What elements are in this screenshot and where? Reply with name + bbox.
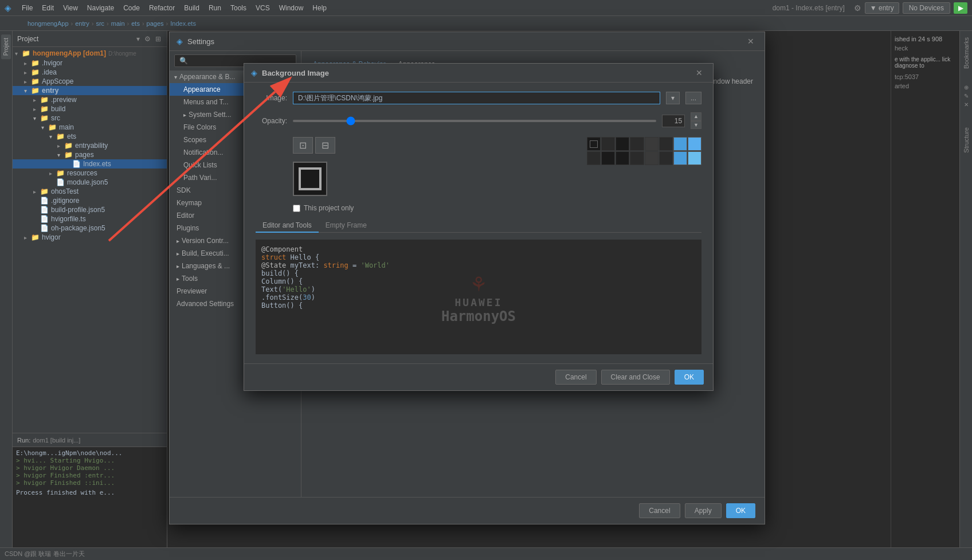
tree-item-preview[interactable]: ▸ 📁 .preview: [13, 95, 167, 104]
tree-item-ohostest[interactable]: ▸ 📁 ohosTest: [13, 187, 167, 196]
bg-opacity-label: Opacity:: [256, 117, 287, 125]
menu-navigate[interactable]: Navigate: [83, 3, 119, 13]
preview-code-1: @Component: [261, 245, 696, 253]
tree-item-hvigor[interactable]: ▸ 📁 .hvigor: [13, 58, 167, 68]
tree-item-gitignore[interactable]: 📄 .gitignore: [13, 196, 167, 205]
settings-ok-button[interactable]: OK: [726, 503, 755, 518]
bg-dialog-titlebar: ◈ Background Image ✕: [244, 64, 713, 83]
bg-opacity-row: Opacity: ▲ ▼: [256, 112, 701, 129]
tree-item-main[interactable]: ▾ 📁 main: [13, 123, 167, 132]
bg-tab-editor-tools[interactable]: Editor and Tools: [256, 219, 319, 233]
tree-item-resources[interactable]: ▸ 📁 resources: [13, 169, 167, 178]
tree-item-modulejson5[interactable]: 📄 module.json5: [13, 178, 167, 187]
settings-apply-button[interactable]: Apply: [685, 503, 722, 518]
run-content: E:\hongm...igNpm\node\nod... > hvi... St…: [13, 447, 167, 547]
menu-help[interactable]: Help: [308, 3, 331, 13]
run-tab[interactable]: Run:: [17, 437, 30, 444]
menu-tools[interactable]: Tools: [226, 3, 251, 13]
breadcrumb-part-1[interactable]: entry: [75, 20, 89, 27]
tree-item-idea[interactable]: ▸ 📁 .idea: [13, 68, 167, 77]
settings-dialog-logo: ◈: [177, 37, 183, 46]
run-line-3: > hvigor Hvigor Daemon ...: [16, 464, 163, 472]
bg-opacity-value-input[interactable]: [662, 115, 685, 127]
menu-run[interactable]: Run: [204, 3, 226, 13]
bg-tab-empty-frame[interactable]: Empty Frame: [319, 219, 374, 233]
breadcrumb-part-3[interactable]: main: [111, 20, 125, 27]
settings-cancel-button[interactable]: Cancel: [639, 503, 680, 518]
bg-dialog-close-button[interactable]: ✕: [692, 67, 706, 79]
bg-image-input[interactable]: [293, 92, 660, 104]
sidebar-dropdown-icon[interactable]: ▾: [135, 34, 141, 44]
bg-cancel-button[interactable]: Cancel: [555, 370, 596, 385]
sidebar-settings-icon[interactable]: ⚙: [143, 34, 152, 44]
bg-preview-mode-1-button[interactable]: ⊡: [293, 137, 313, 154]
grid-cell-3: [616, 137, 629, 151]
bg-opacity-slider[interactable]: [293, 120, 656, 122]
tree-item-hvigor2[interactable]: ▸ 📁 hvigor: [13, 233, 167, 242]
bg-opacity-down-button[interactable]: ▼: [691, 121, 701, 130]
tree-root[interactable]: ▾ 📁 hongmengApp [dom1] D:\hongme: [13, 48, 167, 58]
bg-image-browse-button[interactable]: ...: [685, 92, 701, 104]
run-panel: Run: dom1 [build inj...] E:\hongm...igNp…: [13, 433, 167, 547]
tree-item-pages[interactable]: ▾ 📁 pages: [13, 150, 167, 159]
breadcrumb-part-4[interactable]: ets: [131, 20, 140, 27]
tree-item-ohpackage[interactable]: 📄 oh-package.json5: [13, 224, 167, 233]
menu-window[interactable]: Window: [275, 3, 308, 13]
settings-dialog-title: Settings: [187, 37, 744, 46]
grid-cell-6: [659, 137, 673, 151]
bg-code-preview[interactable]: ⚘ HUAWEI HarmonyOS @Component struct Hel…: [256, 240, 701, 354]
grid-cell-16: [688, 151, 701, 165]
no-devices-button[interactable]: No Devices: [903, 2, 950, 14]
tree-item-hvigorfile[interactable]: 📄 hvigorfile.ts: [13, 214, 167, 224]
tree-item-appscope[interactable]: ▸ 📁 AppScope: [13, 77, 167, 86]
tree-item-indexets[interactable]: 📄 Index.ets: [13, 159, 167, 169]
bookmark-icon-1[interactable]: Bookmarks: [961, 36, 971, 71]
grid-cell-9: [587, 151, 601, 165]
bookmark-icon-3[interactable]: ✎: [964, 93, 969, 99]
entry-dropdown[interactable]: ▼ entry: [865, 2, 899, 14]
bg-project-only-checkbox[interactable]: [293, 205, 300, 212]
breadcrumb-part-2[interactable]: src: [96, 20, 104, 27]
breadcrumb-part-5[interactable]: pages: [147, 20, 164, 27]
menu-edit[interactable]: Edit: [37, 3, 58, 13]
menu-file[interactable]: File: [17, 3, 37, 13]
menu-view[interactable]: View: [58, 3, 83, 13]
menu-vcs[interactable]: VCS: [251, 3, 275, 13]
settings-icon[interactable]: ⚙: [854, 3, 861, 13]
bg-preview-mode-2-button[interactable]: ⊟: [315, 137, 335, 154]
project-vtab[interactable]: Project: [1, 34, 11, 59]
grid-cell-2: [601, 137, 615, 151]
sidebar: Project ▾ ⚙ ⊞ ▾ 📁 hongmengApp [dom1] D:\…: [13, 31, 167, 547]
preview-code-8: Button() {: [261, 301, 696, 310]
bg-opacity-up-button[interactable]: ▲: [691, 112, 701, 121]
breadcrumb-part-6[interactable]: Index.ets: [170, 20, 196, 27]
bookmark-icon-2[interactable]: ⊕: [964, 84, 969, 91]
bg-preview-mode-buttons: ⊡ ⊟: [293, 137, 335, 154]
menu-build[interactable]: Build: [179, 3, 204, 13]
menu-refactor[interactable]: Refactor: [144, 3, 179, 13]
bg-image-dropdown-button[interactable]: ▾: [666, 92, 680, 104]
menu-code[interactable]: Code: [119, 3, 144, 13]
grid-cell-4: [630, 137, 644, 151]
bg-ok-button[interactable]: OK: [675, 370, 704, 385]
tree-item-src[interactable]: ▾ 📁 src: [13, 113, 167, 123]
grid-cell-7: [673, 137, 687, 151]
breadcrumb-part-0[interactable]: hongmengApp: [28, 20, 69, 27]
vertical-tab-strip: Project: [0, 31, 13, 547]
bg-project-only-label: This project only: [304, 204, 354, 212]
sidebar-layout-icon[interactable]: ⊞: [154, 34, 162, 44]
structure-label[interactable]: Structure: [963, 127, 970, 153]
tree-item-ets[interactable]: ▾ 📁 ets: [13, 132, 167, 141]
tree-item-build[interactable]: ▸ 📁 build: [13, 104, 167, 113]
grid-cell-8: [688, 137, 701, 151]
tree-item-entryability[interactable]: ▸ 📁 entryability: [13, 141, 167, 150]
preview-code-6: Text('Hello'): [261, 285, 696, 293]
run-button[interactable]: ▶: [954, 2, 967, 14]
settings-close-button[interactable]: ✕: [744, 36, 758, 47]
bg-clear-close-button[interactable]: Clear and Close: [601, 370, 670, 385]
tree-item-entry[interactable]: ▾ 📁 entry: [13, 86, 167, 95]
run-line-6: Process finished with e...: [16, 489, 163, 496]
tree-item-buildprofile[interactable]: 📄 build-profile.json5: [13, 205, 167, 214]
bg-dialog-title-text: Background Image: [262, 69, 692, 77]
bookmark-icon-4[interactable]: ✕: [964, 101, 969, 108]
